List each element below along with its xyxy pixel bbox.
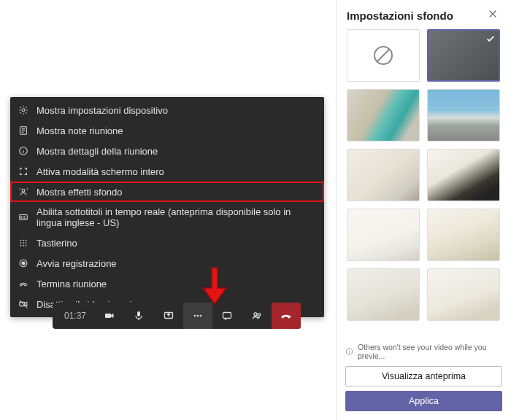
menu-item-start-recording[interactable]: Avvia registrazione bbox=[10, 253, 324, 273]
background-image-8[interactable] bbox=[427, 268, 500, 321]
panel-title: Impostazioni sfondo bbox=[347, 9, 453, 22]
background-image-4[interactable] bbox=[427, 149, 500, 201]
video-off-icon bbox=[18, 298, 29, 310]
info-icon bbox=[18, 145, 29, 157]
menu-item-meeting-notes[interactable]: Mostra note riunione bbox=[10, 120, 324, 141]
menu-item-dialpad[interactable]: Tastierino bbox=[10, 233, 324, 253]
svg-point-20 bbox=[194, 315, 196, 317]
background-image-3[interactable] bbox=[347, 149, 420, 201]
close-button[interactable] bbox=[488, 9, 501, 22]
svg-point-22 bbox=[200, 315, 202, 317]
menu-item-device-settings[interactable]: Mostra impostazioni dispositivo bbox=[10, 100, 324, 120]
background-settings-panel: Impostazioni sfondo bbox=[336, 0, 511, 420]
menu-item-end-meeting[interactable]: Termina riunione bbox=[10, 273, 324, 294]
menu-item-label: Mostra dettagli della riunione bbox=[36, 146, 158, 157]
preview-note: Others won't see your video while you pr… bbox=[345, 343, 502, 360]
svg-point-0 bbox=[22, 109, 25, 112]
menu-item-label: Termina riunione bbox=[36, 279, 107, 289]
notes-icon bbox=[18, 125, 29, 136]
background-blur[interactable] bbox=[427, 29, 500, 82]
mic-button[interactable] bbox=[124, 303, 153, 329]
background-effects-icon bbox=[18, 186, 29, 198]
checkmark-icon bbox=[485, 34, 496, 47]
svg-point-7 bbox=[26, 240, 27, 241]
background-image-7[interactable] bbox=[347, 268, 420, 321]
svg-point-11 bbox=[20, 245, 22, 246]
svg-point-21 bbox=[197, 315, 199, 317]
menu-item-background-effects[interactable]: Mostra effetti sfondo bbox=[10, 182, 324, 202]
svg-point-5 bbox=[20, 240, 22, 241]
menu-item-label: Avvia registrazione bbox=[36, 258, 117, 269]
hangup-button[interactable] bbox=[272, 303, 301, 329]
svg-point-10 bbox=[26, 242, 27, 244]
background-image-1[interactable] bbox=[347, 89, 420, 141]
svg-point-3 bbox=[22, 189, 25, 192]
menu-item-fullscreen[interactable]: Attiva modalità schermo intero bbox=[10, 161, 324, 182]
menu-item-label: Attiva modalità schermo intero bbox=[36, 166, 164, 177]
meeting-toolbar: 01:37 bbox=[53, 303, 301, 329]
svg-point-8 bbox=[20, 242, 22, 244]
fullscreen-icon bbox=[18, 166, 29, 177]
svg-point-25 bbox=[258, 314, 260, 316]
svg-rect-17 bbox=[105, 314, 111, 318]
svg-point-24 bbox=[254, 313, 257, 316]
background-image-2[interactable] bbox=[427, 89, 500, 141]
captions-icon bbox=[18, 211, 29, 223]
more-button[interactable] bbox=[183, 303, 212, 329]
preview-note-text: Others won't see your video while you pr… bbox=[358, 343, 502, 360]
background-none[interactable] bbox=[347, 29, 420, 82]
preview-button[interactable]: Visualizza anteprima bbox=[345, 366, 502, 386]
menu-item-label: Mostra note riunione bbox=[36, 125, 123, 136]
menu-item-live-captions[interactable]: Abilita sottotitoli in tempo reale (ante… bbox=[10, 202, 324, 233]
camera-button[interactable] bbox=[95, 303, 124, 329]
background-image-6[interactable] bbox=[427, 209, 500, 261]
svg-rect-23 bbox=[223, 313, 231, 319]
svg-point-12 bbox=[23, 245, 24, 246]
chat-button[interactable] bbox=[212, 303, 242, 329]
svg-rect-18 bbox=[137, 311, 140, 316]
share-button[interactable] bbox=[154, 303, 183, 329]
gear-icon bbox=[18, 104, 29, 116]
meeting-timer: 01:37 bbox=[53, 311, 95, 321]
svg-point-9 bbox=[23, 242, 24, 244]
participants-button[interactable] bbox=[242, 303, 271, 329]
record-icon bbox=[18, 257, 29, 269]
menu-item-label: Abilita sottotitoli in tempo reale (ante… bbox=[36, 206, 317, 228]
menu-item-label: Mostra impostazioni dispositivo bbox=[36, 105, 168, 116]
background-image-5[interactable] bbox=[347, 209, 420, 261]
svg-point-6 bbox=[23, 240, 24, 241]
end-meeting-icon bbox=[18, 278, 29, 289]
apply-button[interactable]: Applica bbox=[345, 391, 502, 411]
menu-item-meeting-details[interactable]: Mostra dettagli della riunione bbox=[10, 141, 324, 161]
dialpad-icon bbox=[18, 237, 29, 249]
svg-point-13 bbox=[26, 245, 27, 246]
background-grid bbox=[337, 29, 511, 337]
meeting-more-menu: Mostra impostazioni dispositivo Mostra n… bbox=[10, 97, 324, 317]
menu-item-label: Mostra effetti sfondo bbox=[36, 187, 123, 198]
menu-item-label: Tastierino bbox=[36, 238, 77, 249]
svg-point-15 bbox=[22, 262, 25, 265]
